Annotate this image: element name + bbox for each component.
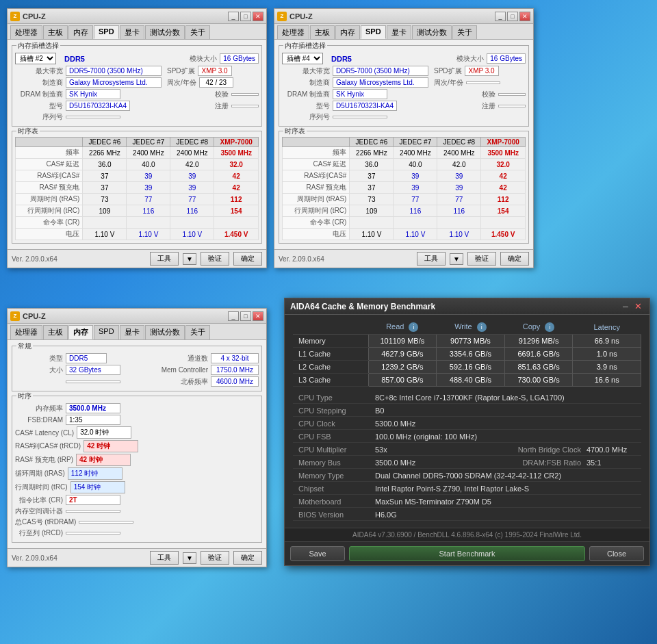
rcd3-val-3: 42 时钟 [83,440,138,452]
tab-gpu-2[interactable]: 显卡 [387,25,411,39]
cas-j7-2: 40.0 [394,159,437,170]
tab-memory-3[interactable]: 内存 [68,325,93,339]
tab-gpu-1[interactable]: 显卡 [120,25,144,39]
maximize-btn-2[interactable]: □ [507,12,518,21]
tools-dropdown-2[interactable]: ▼ [450,253,463,265]
bottom-bar-3: Ver. 2.09.0.x64 工具 ▼ 验证 确定 [8,548,266,567]
verify-btn-3[interactable]: 验证 [201,551,229,565]
tab-about-2[interactable]: 关于 [452,25,477,39]
tab-spd-1[interactable]: SPD [94,25,119,39]
cas-xmp-1: 32.0 [214,159,259,170]
tab-spd-2[interactable]: SPD [361,25,386,39]
tab-processor-1[interactable]: 处理器 [10,25,42,39]
th-empty-1 [16,138,83,147]
mem-content-3: 常规 类型 DDR5 通道数 4 x 32-bit 大小 32 GBytes M… [8,340,266,548]
th-empty-2 [283,138,350,147]
rascas-j8-1: 39 [170,170,214,182]
tab-bar-3: 处理器 主板 内存 SPD 显卡 测试分数 关于 [8,324,266,340]
ok-btn-2[interactable]: 确定 [500,252,529,266]
mc-val-3: 1750.0 MHz [211,365,259,375]
read-info-icon[interactable]: i [409,322,418,332]
aida-benchmark-btn[interactable]: Start Benchmark [349,546,585,561]
cpu-type-row: CPU Type 8C+8c Intel Core i7-13700KF (Ra… [293,392,641,404]
rascas-j6-1: 37 [83,170,127,182]
raspc-j6-2: 37 [350,182,394,194]
write-info-icon[interactable]: i [477,322,487,332]
tab-bench-3[interactable]: 测试分数 [145,325,185,339]
cmd-j7-1 [127,217,170,229]
cmd-row-1: 命令率 (CR) [16,217,259,229]
nb-clock-val: 4700.0 MHz [587,446,641,454]
tools-dropdown-1[interactable]: ▼ [183,253,196,265]
slot-select-2[interactable]: 插槽 #4 [282,53,323,64]
mem-read-val: 101109 MB/s [368,335,437,348]
minimize-btn-2[interactable]: _ [495,12,506,21]
ok-btn-1[interactable]: 确定 [233,252,262,266]
window-title-3: CPU-Z [23,312,228,320]
aida-close-btn[interactable]: ✕ [632,301,644,312]
titlebar-1: Z CPU-Z _ □ ✕ [8,9,266,24]
l1-copy-val: 6691.6 GB/s [504,348,573,361]
maximize-btn-3[interactable]: □ [240,311,251,321]
tab-processor-2[interactable]: 处理器 [277,25,309,39]
bandwidth-val-2: DDR5-7000 (3500 MHz) [333,66,428,76]
tab-gpu-3[interactable]: 显卡 [120,325,144,339]
aida-minimize-btn[interactable]: ─ [619,301,632,312]
cpuz-icon-1: Z [10,12,20,21]
copy-info-icon[interactable]: i [545,322,554,332]
aida-close-window-btn[interactable]: Close [589,546,644,561]
unused1-val-3 [66,510,120,513]
tab-mainboard-1[interactable]: 主板 [43,25,68,39]
tab-bench-2[interactable]: 测试分数 [412,25,452,39]
tools-btn-1[interactable]: 工具 [150,252,179,266]
rascas-j7-1: 39 [127,170,170,182]
close-btn-2[interactable]: ✕ [519,12,530,21]
ok-btn-3[interactable]: 确定 [233,551,262,565]
cpuz-icon-2: Z [277,12,287,21]
mem-type-val: Dual Channel DDR5-7000 SDRAM (32-42-42-1… [375,472,641,480]
tools-btn-3[interactable]: 工具 [150,551,179,565]
cpu-stepping-row: CPU Stepping B0 [293,405,641,417]
weeks-val-2 [466,81,500,84]
maximize-btn-1[interactable]: □ [240,12,251,21]
tools-dropdown-3[interactable]: ▼ [183,552,196,564]
verify-label-1: 校验 [215,90,229,99]
tab-memory-1[interactable]: 内存 [68,25,93,39]
verify-btn-2[interactable]: 验证 [467,252,496,266]
system-info-section: CPU Type 8C+8c Intel Core i7-13700KF (Ra… [293,392,641,521]
raspc-xmp-2: 42 [481,182,526,194]
tab-bench-1[interactable]: 测试分数 [145,25,185,39]
row-label-cell-1: 行周期时间 (tRC) [16,205,83,217]
slot-select-1[interactable]: 插槽 #2 [15,53,56,64]
l2-copy-val: 851.63 GB/s [504,361,573,374]
minimize-btn-3[interactable]: _ [228,311,239,321]
voltage-j8-1: 1.10 V [170,229,214,240]
tab-about-3[interactable]: 关于 [185,325,210,339]
tab-mainboard-3[interactable]: 主板 [43,325,68,339]
row-xmp-1: 154 [214,205,259,217]
verify-btn-1[interactable]: 验证 [201,252,229,266]
th-jedec6-1: JEDEC #6 [83,138,127,147]
tab-about-1[interactable]: 关于 [185,25,210,39]
close-btn-1[interactable]: ✕ [253,12,263,21]
chipset-row: Chipset Intel Raptor Point-S Z790, Intel… [293,483,641,495]
close-btn-3[interactable]: ✕ [253,311,263,321]
memory-result-row: Memory 101109 MB/s 90773 MB/s 91296 MB/s… [293,335,641,348]
voltage-row-1: 电压 1.10 V 1.10 V 1.10 V 1.450 V [16,229,259,240]
aida-save-btn[interactable]: Save [290,546,345,561]
aida-footer-text: AIDA64 v7.30.6900 / BenchDLL 4.6.896.8-x… [352,531,582,539]
tools-btn-2[interactable]: 工具 [417,252,446,266]
tab-mainboard-2[interactable]: 主板 [310,25,335,39]
tab-processor-3[interactable]: 处理器 [10,325,42,339]
aida-title: AIDA64 Cache & Memory Benchmark [290,302,619,311]
cpu-clock-row: CPU Clock 5300.0 MHz [293,418,641,430]
minimize-btn-1[interactable]: _ [228,12,239,21]
freq-xmp-1: 3500 MHz [214,147,259,159]
mem-latency-val: 66.9 ns [573,335,641,348]
module-size-label-2: 模块大小 [456,54,484,64]
tab-memory-2[interactable]: 内存 [335,25,360,39]
bios-val: H6.0G [375,511,641,519]
tab-spd-3[interactable]: SPD [94,325,119,339]
raspc-label-cell-2: RAS# 预充电 [283,182,350,194]
window-title-2: CPU-Z [289,12,495,21]
